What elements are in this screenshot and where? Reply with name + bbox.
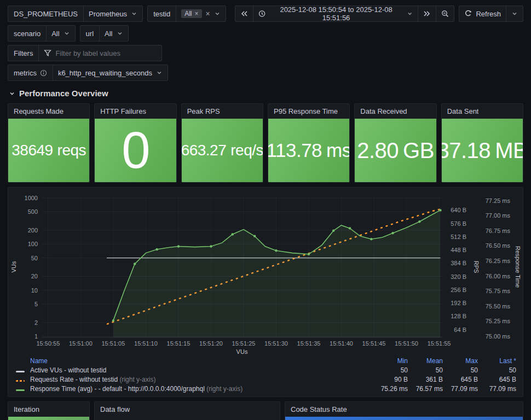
stat-panel-p95-response-time: P95 Response Time113.78ms <box>268 103 350 183</box>
url-picker[interactable]: All <box>100 26 128 41</box>
metrics-picker[interactable]: k6_http_req_waiting_seconds <box>53 65 168 80</box>
datasource-control: DS_PROMETHEUS Prometheus <box>8 5 143 22</box>
url-label: url <box>80 26 100 41</box>
stat-unit: MB <box>495 138 523 163</box>
panel-header[interactable]: Peak RPS <box>182 104 263 119</box>
series-swatch-wrap <box>16 366 30 374</box>
series-swatch <box>16 389 25 391</box>
legend-header-col[interactable]: Last * <box>478 357 516 365</box>
refresh-interval-dropdown[interactable] <box>506 6 523 21</box>
stat-panel-http-failures: HTTP Failures0 <box>94 103 176 183</box>
legend-header-col[interactable]: Min <box>373 357 408 365</box>
clear-selection-icon[interactable]: × <box>206 10 210 18</box>
axis-label: 15:51:05 <box>102 340 125 347</box>
timeseries-panel: 125102050100200500100064 B128 B192 B256 … <box>8 187 523 397</box>
datasource-picker[interactable]: Prometheus <box>84 6 142 21</box>
chevron-down-icon <box>156 69 163 76</box>
panel-iteration: Iteration <box>8 401 90 420</box>
axis-label: 5 <box>34 301 38 307</box>
legend-name-text: Requests Rate - without testid <box>30 376 118 383</box>
panel-header[interactable]: P95 Response Time <box>268 104 349 119</box>
refresh-button[interactable]: Refresh <box>459 6 506 21</box>
time-controls: 2025-12-08 15:50:54 to 2025-12-08 15:51:… <box>235 5 455 22</box>
chevron-down-icon <box>64 30 70 37</box>
series-point <box>391 232 394 234</box>
pill-remove-icon[interactable]: × <box>195 10 199 17</box>
stat-panel-data-received: Data Received2.80GB <box>354 103 436 183</box>
panel-header[interactable]: HTTP Failures <box>95 104 176 119</box>
testid-pill[interactable]: All × <box>181 9 201 18</box>
funnel-icon <box>44 49 51 57</box>
stats-row: Requests Made38649reqsHTTP Failures0Peak… <box>8 103 523 183</box>
time-range-text: 2025-12-08 15:50:54 to 2025-12-08 15:51:… <box>269 5 403 22</box>
stat-value: 38649reqs <box>8 119 89 182</box>
dashboard: DS_PROMETHEUS Prometheus testid All × × <box>0 0 531 420</box>
legend-value: 77.09 ms <box>443 385 478 393</box>
bottom-panels-row: IterationData flowCode Status Rate <box>8 401 523 420</box>
series-point <box>418 220 420 223</box>
legend-header-name[interactable]: Name <box>30 357 373 365</box>
scenario-picker[interactable]: All <box>47 26 74 41</box>
axis-label: 192 B <box>451 300 466 306</box>
panel-header[interactable]: Code Status Rate <box>285 402 523 417</box>
legend-series-name[interactable]: Active VUs - without testid <box>30 366 373 374</box>
zoom-out-time-button[interactable] <box>436 6 454 21</box>
testid-picker[interactable]: All × × <box>176 6 226 21</box>
legend-value: 50 <box>373 366 408 374</box>
timeseries-chart[interactable]: 125102050100200500100064 B128 B192 B256 … <box>11 191 521 355</box>
time-shift-forward-button[interactable] <box>418 6 436 21</box>
axis-label: 15:51:25 <box>232 340 256 347</box>
series-point <box>253 235 256 237</box>
legend-header-col[interactable]: Max <box>443 357 478 365</box>
chevron-down-icon <box>511 10 518 17</box>
panel-header[interactable]: Data flow <box>95 402 280 417</box>
panel-header[interactable]: Requests Made <box>8 104 89 119</box>
axis-label: VUs <box>236 348 248 355</box>
panel-header[interactable]: Data Received <box>355 104 436 119</box>
series-point <box>332 230 334 232</box>
axis-label: RPS <box>473 261 480 273</box>
legend-name-suffix: (right y-axis) <box>205 385 243 393</box>
legend-series-name[interactable]: Requests Rate - without testid (right y-… <box>30 376 373 383</box>
axis-label: 15:51:10 <box>134 340 158 347</box>
axis-label: 75.00 ms <box>486 333 511 340</box>
axis-label: 75.25 ms <box>486 318 511 324</box>
time-range-picker[interactable]: 2025-12-08 15:50:54 to 2025-12-08 15:51:… <box>253 6 418 21</box>
axis-label: 15:51:35 <box>297 340 321 347</box>
stat-number: 0 <box>122 121 149 180</box>
panel-code-status-rate: Code Status Rate <box>285 401 523 420</box>
axis-label: 76.50 ms <box>486 242 511 249</box>
series-swatch-wrap <box>16 385 30 393</box>
legend-value: 90 B <box>373 376 408 383</box>
chart-legend: NameMinMeanMaxLast *Active VUs - without… <box>11 356 520 393</box>
legend-series-name[interactable]: Response Time (avg) - - default - http:/… <box>30 385 373 393</box>
toolbar-row-4: metrics k6_http_req_waiting_seconds <box>8 65 523 81</box>
series-point <box>210 245 212 247</box>
filter-input[interactable] <box>55 49 157 57</box>
legend-header-row: NameMinMeanMaxLast * <box>11 356 520 365</box>
axis-label: 448 B <box>451 247 466 253</box>
axis-label: 15:51:45 <box>362 340 386 347</box>
series-point <box>177 245 180 247</box>
panel-title: Peak RPS <box>187 107 220 115</box>
panel-header[interactable]: Data Sent <box>442 104 523 119</box>
stat-number: 113.78 <box>268 139 322 161</box>
stat-number: 663.27 <box>181 142 227 159</box>
axis-label: 76.25 ms <box>486 258 511 264</box>
time-shift-back-button[interactable] <box>235 6 253 21</box>
section-performance-overview[interactable]: Performance Overview <box>9 89 523 98</box>
axis-label: 10 <box>31 287 38 294</box>
panel-header[interactable]: Iteration <box>8 402 89 417</box>
stat-unit: ms <box>326 139 350 161</box>
axis-label: 15:51:30 <box>264 340 288 347</box>
chevron-down-icon <box>214 10 221 17</box>
legend-value: 645 B <box>478 376 516 383</box>
axis-label: 50 <box>31 255 38 261</box>
filters-label: Filters <box>8 45 39 61</box>
axis-label: 1 <box>34 333 38 340</box>
legend-header-col[interactable]: Mean <box>408 357 443 365</box>
stat-value: 113.78ms <box>268 119 349 182</box>
toolbar-row-2: scenario All url All <box>8 25 523 42</box>
testid-control: testid All × × <box>147 5 226 22</box>
legend-name-suffix: (right y-axis) <box>118 376 155 383</box>
